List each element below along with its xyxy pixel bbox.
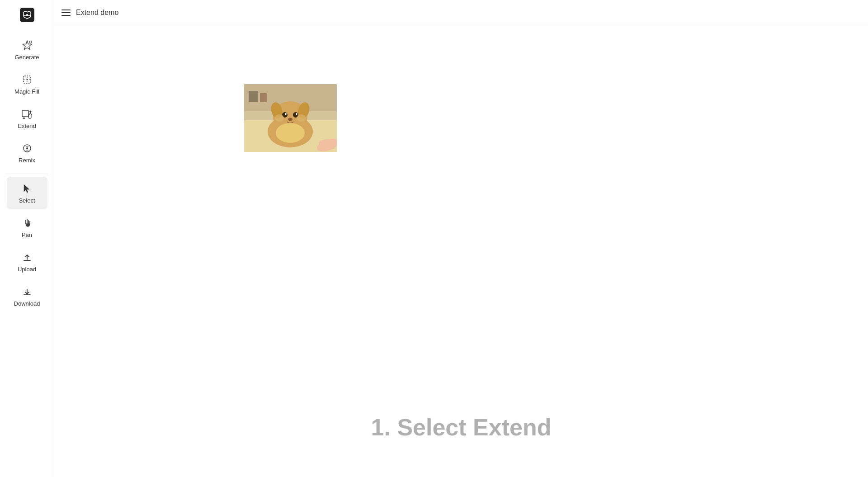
sidebar-item-pan[interactable]: Pan bbox=[7, 211, 47, 244]
select-icon bbox=[21, 182, 33, 195]
svg-point-25 bbox=[288, 118, 292, 121]
sidebar-item-magic-fill[interactable]: Magic Fill bbox=[7, 68, 47, 100]
sidebar-item-generate[interactable]: Generate bbox=[7, 33, 47, 66]
download-label: Download bbox=[14, 300, 40, 307]
hamburger-line-3 bbox=[61, 15, 71, 16]
svg-point-3 bbox=[29, 41, 31, 43]
sidebar: Generate Magic Fill bbox=[0, 0, 54, 477]
svg-point-26 bbox=[275, 114, 284, 122]
upload-label: Upload bbox=[18, 266, 36, 273]
select-label: Select bbox=[19, 197, 35, 204]
svg-rect-30 bbox=[249, 91, 258, 102]
sidebar-item-download[interactable]: Download bbox=[7, 280, 47, 312]
generate-icon bbox=[21, 39, 33, 52]
sidebar-item-remix[interactable]: Remix bbox=[7, 137, 47, 169]
sidebar-item-extend[interactable]: Extend bbox=[7, 102, 47, 135]
header-bar: Extend demo bbox=[54, 0, 868, 25]
canvas-area[interactable]: 1. Select Extend bbox=[54, 25, 868, 477]
remix-label: Remix bbox=[19, 157, 35, 164]
pan-label: Pan bbox=[22, 231, 32, 238]
hamburger-line-1 bbox=[61, 9, 71, 10]
svg-rect-31 bbox=[260, 93, 267, 102]
svg-point-13 bbox=[26, 147, 28, 149]
svg-point-28 bbox=[276, 123, 305, 143]
pan-icon bbox=[21, 217, 33, 229]
upload-icon bbox=[21, 251, 33, 264]
sidebar-divider bbox=[5, 174, 48, 174]
doge-image bbox=[244, 84, 337, 152]
header-title: Extend demo bbox=[76, 9, 118, 17]
svg-point-1 bbox=[26, 14, 28, 16]
main-area: Extend demo bbox=[54, 0, 868, 477]
magic-fill-icon bbox=[21, 73, 33, 86]
generate-label: Generate bbox=[14, 54, 39, 61]
sidebar-item-select[interactable]: Select bbox=[7, 177, 47, 209]
svg-marker-2 bbox=[23, 41, 32, 50]
svg-rect-9 bbox=[22, 110, 28, 117]
svg-point-23 bbox=[285, 113, 287, 115]
sidebar-item-upload[interactable]: Upload bbox=[7, 246, 47, 278]
extend-icon bbox=[21, 108, 33, 120]
hamburger-button[interactable] bbox=[61, 9, 71, 16]
svg-point-24 bbox=[296, 113, 297, 115]
hamburger-line-2 bbox=[61, 12, 71, 13]
remix-icon bbox=[21, 142, 33, 155]
canvas-instruction: 1. Select Extend bbox=[371, 414, 552, 441]
svg-point-27 bbox=[297, 114, 306, 122]
extend-label: Extend bbox=[18, 123, 36, 129]
download-icon bbox=[21, 285, 33, 298]
brand-logo bbox=[17, 5, 38, 25]
magic-fill-label: Magic Fill bbox=[14, 88, 39, 95]
